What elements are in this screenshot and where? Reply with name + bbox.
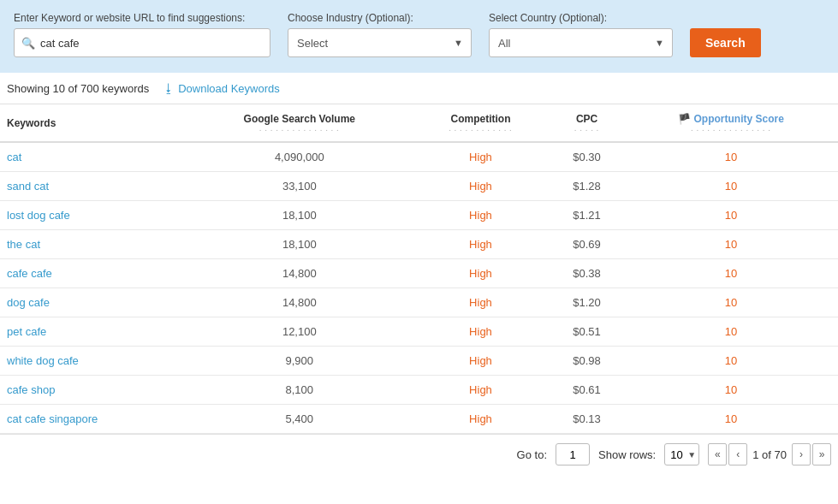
cell-volume: 18,100 (187, 201, 412, 230)
competition-dots: . . . . . . . . . . . . (419, 125, 543, 133)
cell-cpc: $0.61 (550, 376, 624, 405)
industry-select[interactable]: Select (288, 28, 472, 57)
country-label: Select Country (Optional): (489, 12, 673, 24)
cell-volume: 12,100 (187, 317, 412, 347)
industry-label: Choose Industry (Optional): (288, 12, 472, 24)
cell-keyword: pet cafe (0, 317, 187, 347)
cell-keyword: the cat (0, 230, 187, 259)
search-icon: 🔍 (21, 37, 35, 50)
keyword-input-group: Enter Keyword or website URL to find sug… (14, 12, 270, 57)
table-row: lost dog cafe 18,100 High $1.21 10 (0, 201, 838, 230)
col-header-cpc: CPC . . . . . (550, 104, 624, 142)
cell-keyword: lost dog cafe (0, 201, 187, 230)
table-row: cat 4,090,000 High $0.30 10 (0, 142, 838, 172)
cell-competition: High (412, 317, 550, 347)
last-page-button[interactable]: » (812, 443, 831, 465)
col-header-keyword: Keywords (0, 104, 187, 142)
cell-cpc: $1.28 (550, 172, 624, 201)
cell-competition: High (412, 142, 550, 172)
next-page-button[interactable]: › (792, 443, 811, 465)
cell-competition: High (412, 288, 550, 317)
cell-volume: 4,090,000 (187, 142, 412, 172)
cell-volume: 14,800 (187, 288, 412, 317)
search-button[interactable]: Search (690, 28, 761, 57)
download-text: Download Keywords (178, 82, 280, 95)
toolbar: Showing 10 of 700 keywords ⭳ Download Ke… (0, 73, 838, 104)
cell-competition: High (412, 201, 550, 230)
goto-input[interactable] (556, 443, 590, 465)
table-row: cafe shop 8,100 High $0.61 10 (0, 376, 838, 405)
keyword-input[interactable] (40, 37, 263, 50)
show-rows-wrapper: 10 25 50 ▼ (664, 443, 699, 465)
cell-opportunity: 10 (624, 259, 838, 288)
cell-competition: High (412, 376, 550, 405)
cpc-dots: . . . . . (556, 125, 617, 133)
cell-competition: High (412, 230, 550, 259)
table-row: the cat 18,100 High $0.69 10 (0, 230, 838, 259)
page-nav: « ‹ 1 of 70 › » (708, 443, 831, 465)
country-select[interactable]: All (489, 28, 673, 57)
cell-opportunity: 10 (624, 405, 838, 434)
industry-input-group: Choose Industry (Optional): Select ▼ (288, 12, 472, 57)
cell-competition: High (412, 405, 550, 434)
cell-opportunity: 10 (624, 172, 838, 201)
keyword-search-box: 🔍 (14, 28, 270, 57)
cell-opportunity: 10 (624, 230, 838, 259)
cell-opportunity: 10 (624, 347, 838, 376)
top-bar: Enter Keyword or website URL to find sug… (0, 0, 838, 73)
keywords-table: Keywords Google Search Volume . . . . . … (0, 104, 838, 434)
cell-cpc: $0.30 (550, 142, 624, 172)
pagination: Go to: Show rows: 10 25 50 ▼ « ‹ 1 of 70… (0, 434, 838, 474)
prev-page-button[interactable]: ‹ (728, 443, 747, 465)
cell-volume: 33,100 (187, 172, 412, 201)
cell-competition: High (412, 172, 550, 201)
cell-opportunity: 10 (624, 142, 838, 172)
table-header-row: Keywords Google Search Volume . . . . . … (0, 104, 838, 142)
cell-cpc: $0.98 (550, 347, 624, 376)
showing-text: Showing 10 of 700 keywords (7, 82, 149, 95)
cell-keyword: cafe cafe (0, 259, 187, 288)
cell-keyword: cat cafe singapore (0, 405, 187, 434)
show-rows-label: Show rows: (598, 448, 656, 461)
cell-keyword: white dog cafe (0, 347, 187, 376)
table-row: pet cafe 12,100 High $0.51 10 (0, 317, 838, 347)
table-body: cat 4,090,000 High $0.30 10 sand cat 33,… (0, 142, 838, 434)
country-select-wrapper: All ▼ (489, 28, 673, 57)
cell-opportunity: 10 (624, 317, 838, 347)
cell-opportunity: 10 (624, 376, 838, 405)
industry-select-wrapper: Select ▼ (288, 28, 472, 57)
volume-dots: . . . . . . . . . . . . . . . (194, 125, 405, 133)
cell-volume: 14,800 (187, 259, 412, 288)
keyword-label: Enter Keyword or website URL to find sug… (14, 12, 270, 24)
cell-opportunity: 10 (624, 288, 838, 317)
cell-keyword: cafe shop (0, 376, 187, 405)
country-input-group: Select Country (Optional): All ▼ (489, 12, 673, 57)
table-row: cafe cafe 14,800 High $0.38 10 (0, 259, 838, 288)
table-row: dog cafe 14,800 High $1.20 10 (0, 288, 838, 317)
cell-competition: High (412, 259, 550, 288)
cell-cpc: $0.38 (550, 259, 624, 288)
download-icon: ⭳ (163, 81, 175, 95)
show-rows-select[interactable]: 10 25 50 (664, 443, 699, 465)
download-keywords-link[interactable]: ⭳ Download Keywords (163, 81, 280, 95)
cell-volume: 18,100 (187, 230, 412, 259)
cell-cpc: $1.20 (550, 288, 624, 317)
cell-cpc: $0.69 (550, 230, 624, 259)
cell-cpc: $1.21 (550, 201, 624, 230)
cell-competition: High (412, 347, 550, 376)
cell-cpc: $0.51 (550, 317, 624, 347)
table-row: sand cat 33,100 High $1.28 10 (0, 172, 838, 201)
cell-keyword: cat (0, 142, 187, 172)
cell-keyword: sand cat (0, 172, 187, 201)
goto-label: Go to: (517, 448, 547, 461)
page-info: 1 of 70 (749, 448, 790, 461)
first-page-button[interactable]: « (708, 443, 727, 465)
cell-keyword: dog cafe (0, 288, 187, 317)
table-row: white dog cafe 9,900 High $0.98 10 (0, 347, 838, 376)
cell-volume: 9,900 (187, 347, 412, 376)
cell-volume: 5,400 (187, 405, 412, 434)
col-header-volume: Google Search Volume . . . . . . . . . .… (187, 104, 412, 142)
col-header-opportunity: 🏴 Opportunity Score . . . . . . . . . . … (624, 104, 838, 142)
opportunity-dots: . . . . . . . . . . . . . . . (631, 125, 831, 133)
col-header-competition: Competition . . . . . . . . . . . . (412, 104, 550, 142)
